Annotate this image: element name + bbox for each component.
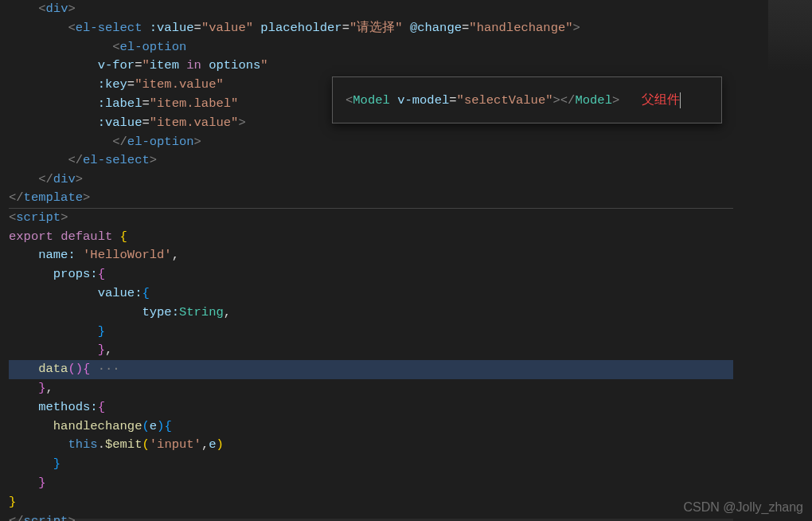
code-token: div (46, 0, 68, 19)
code-line[interactable]: } (9, 455, 812, 474)
code-token: < (112, 38, 119, 57)
code-token: > (61, 209, 68, 228)
code-token: . (98, 436, 105, 455)
code-line[interactable]: } (9, 474, 812, 493)
code-line[interactable]: } (9, 323, 812, 342)
code-token: > (76, 170, 83, 190)
code-token (403, 19, 410, 38)
popup-code: <Model v-model="selectValue"></Model> (345, 93, 619, 108)
code-token: String (179, 304, 224, 323)
code-token: } (38, 379, 45, 398)
code-token: , (46, 379, 53, 398)
code-line[interactable]: name: 'HelloWorld', (9, 246, 812, 265)
code-token: ··· (90, 360, 119, 379)
code-line[interactable]: <el-select :value="value" placeholder="请… (9, 19, 812, 38)
code-token: methods: (38, 398, 97, 417)
code-token: data (38, 360, 68, 379)
code-token: { (120, 228, 127, 247)
code-line[interactable]: data(){ ··· (9, 360, 733, 379)
code-token: "item.value" (135, 76, 224, 95)
code-token: el-option (120, 38, 187, 57)
code-token: $emit (105, 436, 142, 455)
code-token: @change (410, 19, 462, 38)
code-line[interactable]: this.$emit('input',e) (9, 436, 812, 455)
code-token: > (194, 133, 201, 152)
code-line[interactable]: props:{ (9, 265, 812, 284)
code-token: , (105, 341, 112, 360)
code-token: e (150, 417, 157, 437)
code-token: < (68, 19, 75, 38)
code-line[interactable]: </el-select> (9, 151, 812, 170)
code-token: > (83, 189, 90, 208)
watermark: CSDN @Jolly_zhang (683, 500, 803, 515)
code-token: } (98, 323, 105, 342)
code-token: in (186, 57, 201, 76)
code-token: placeholder (260, 19, 342, 38)
code-token: :value (150, 19, 194, 38)
code-line[interactable]: </div> (9, 170, 812, 190)
text-cursor (680, 92, 681, 108)
code-token: el-option (127, 133, 194, 152)
popup-comment: 父组件 (642, 92, 680, 108)
code-token: :label (98, 95, 142, 114)
code-token: div (53, 170, 76, 190)
code-token: script (16, 209, 61, 228)
code-line[interactable]: handlechange(e){ (9, 417, 812, 437)
code-token: < (9, 209, 16, 228)
code-line[interactable]: <div> (9, 0, 812, 19)
code-line[interactable]: value:{ (9, 284, 812, 304)
code-token (142, 19, 149, 38)
code-token: } (98, 341, 105, 360)
code-token: { (98, 265, 105, 284)
code-token: < (38, 0, 45, 19)
code-token: "item.value" (150, 114, 239, 133)
code-token: default (61, 228, 112, 247)
code-token: , (201, 436, 209, 455)
minimap[interactable] (768, 0, 812, 72)
code-token: </ (38, 170, 53, 190)
code-token: "item.label" (150, 95, 239, 114)
code-token: this (68, 436, 97, 455)
code-token: e (209, 436, 216, 455)
code-token: </ (112, 133, 127, 152)
code-token: { (164, 417, 171, 437)
code-token: item (150, 57, 187, 76)
code-line[interactable]: type:String, (9, 304, 812, 323)
code-token: , (172, 246, 179, 265)
code-token: options (201, 57, 260, 76)
code-token: 'HelloWorld' (83, 246, 172, 265)
code-line[interactable]: }, (9, 341, 812, 360)
gutter (0, 0, 9, 521)
code-token: = (462, 19, 469, 38)
code-token: value: (98, 284, 142, 304)
code-token: } (9, 493, 16, 512)
code-line[interactable]: </el-option> (9, 133, 812, 152)
code-line[interactable]: </template> (9, 190, 733, 209)
code-token: </ (68, 151, 83, 170)
code-token: = (127, 76, 135, 95)
code-token: > (150, 151, 157, 170)
code-token: = (135, 57, 142, 76)
code-token: > (68, 0, 75, 19)
code-token: "请选择" (349, 19, 403, 38)
code-token: = (142, 95, 149, 114)
code-token: "handlechange" (469, 19, 572, 38)
code-token: template (24, 189, 83, 208)
code-line[interactable]: }, (9, 379, 812, 398)
code-token: ) (157, 417, 164, 437)
code-token: handlechange (53, 417, 142, 437)
code-line[interactable]: <el-option (9, 38, 812, 57)
code-token: "value" (201, 19, 253, 38)
code-token: = (342, 19, 349, 38)
code-token: name: (38, 246, 76, 265)
code-token: > (238, 114, 245, 133)
code-token: 'input' (150, 436, 201, 455)
code-token: :value (98, 114, 142, 133)
code-token: = (142, 114, 149, 133)
code-token (253, 19, 260, 38)
code-line[interactable]: <script> (9, 209, 812, 228)
code-line[interactable]: export default { (9, 228, 812, 247)
code-line[interactable]: methods:{ (9, 398, 812, 417)
code-token: ) (217, 436, 224, 455)
code-line[interactable]: v-for="item in options" (9, 57, 812, 76)
